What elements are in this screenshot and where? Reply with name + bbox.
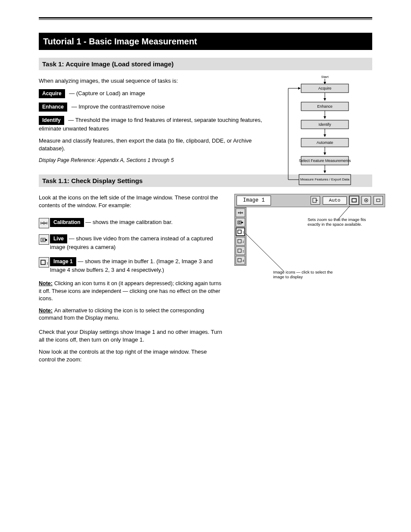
tool-live-icon[interactable] xyxy=(236,218,245,227)
task1-ref: Display Page Reference: Appendix A, Sect… xyxy=(39,157,267,164)
def-acquire-label: Acquire xyxy=(39,89,65,98)
icon-row-live: Live — shows live video from the camera … xyxy=(39,234,224,251)
tool-calibration-icon[interactable] xyxy=(236,208,245,217)
svg-text:1: 1 xyxy=(243,231,244,234)
note-2-text: An alternative to clicking the icon is t… xyxy=(39,308,204,321)
calibration-label: Calibration xyxy=(50,218,84,227)
svg-rect-35 xyxy=(238,240,241,243)
note-1-text: Clicking an icon turns it on (it appears… xyxy=(39,280,221,302)
toolbar-image-label[interactable]: Image 1 xyxy=(237,196,271,205)
camera-icon xyxy=(39,234,49,245)
svg-text:Acquire: Acquire xyxy=(318,86,332,90)
live-label: Live xyxy=(50,234,67,243)
svg-rect-39 xyxy=(238,258,241,262)
svg-rect-33 xyxy=(238,230,241,233)
task1-outro: Measure and classify features, then expo… xyxy=(39,137,267,152)
def-acquire-text: — (Capture or Load) an image xyxy=(68,90,145,96)
note-1-label: Note: xyxy=(39,280,53,286)
tool-image3-icon[interactable]: 3 xyxy=(236,246,245,255)
zoom-intro: Now look at the controls at the top righ… xyxy=(39,348,224,364)
toolbar-figure: Image 1 Auto xyxy=(234,194,385,266)
svg-rect-19 xyxy=(41,238,45,242)
svg-text:3: 3 xyxy=(243,250,244,253)
svg-text:4: 4 xyxy=(243,259,244,262)
task1-1-intro: Look at the icons on the left side of th… xyxy=(39,194,224,209)
svg-text:Measure Features / Export Data: Measure Features / Export Data xyxy=(300,177,349,181)
icon-row-calibration: Calibration — shows the image calibratio… xyxy=(39,218,224,228)
task1-section: When analyzing images, the usual sequenc… xyxy=(39,77,372,164)
task1-heading: Task 1: Acquire Image (Load stored image… xyxy=(39,58,372,70)
toolbar-top: Image 1 Auto xyxy=(234,194,385,207)
task1-intro: When analyzing images, the usual sequenc… xyxy=(39,77,267,85)
svg-rect-32 xyxy=(241,222,243,223)
def-identify-label: Identify xyxy=(39,116,64,125)
svg-text:Enhance: Enhance xyxy=(317,104,333,109)
icon-row-image1: 1 Image 1 — shows the image in buffer 1.… xyxy=(39,257,224,274)
def-enhance-text: — Improve the contrast/remove noise xyxy=(70,103,165,110)
def-identify-text: — Threshold the image to find features o… xyxy=(39,117,262,132)
task1-1-section: Look at the icons on the left side of th… xyxy=(39,194,372,364)
svg-rect-37 xyxy=(238,249,241,252)
svg-rect-21 xyxy=(45,239,47,241)
svg-text:Identify: Identify xyxy=(318,122,331,127)
note-1: Note:Clicking an icon turns it on (it ap… xyxy=(39,280,224,303)
svg-rect-28 xyxy=(377,199,380,202)
live-text: — shows live video from the camera inste… xyxy=(50,235,213,250)
image-sidebar-tools: 1 2 3 4 xyxy=(234,207,246,266)
svg-point-27 xyxy=(366,200,367,201)
def-enhance-label: Enhance xyxy=(39,103,67,112)
toolbar-fit-left-icon[interactable] xyxy=(311,196,320,205)
svg-point-31 xyxy=(239,221,240,223)
svg-text:2: 2 xyxy=(243,240,244,243)
tool-image1-icon[interactable]: 1 xyxy=(236,227,245,236)
svg-rect-30 xyxy=(238,221,241,224)
note-2: Note:An alternative to clicking the icon… xyxy=(39,307,224,322)
tool-image2-icon[interactable]: 2 xyxy=(236,237,245,246)
toolbar-zoom-out-icon[interactable] xyxy=(374,196,383,205)
image1-label: Image 1 xyxy=(50,257,76,266)
callout-zoom-fit: Sets zoom so that the image fits exactly… xyxy=(308,217,377,227)
fc-start: Start xyxy=(321,75,329,79)
def-acquire: Acquire — (Capture or Load) an image xyxy=(39,89,267,98)
svg-text:1: 1 xyxy=(47,261,48,265)
def-identify: Identify — Threshold the image to find f… xyxy=(39,116,267,133)
tutorial-banner: Tutorial 1 - Basic Image Measurement xyxy=(39,33,372,50)
svg-text:Automate: Automate xyxy=(317,140,333,145)
check-display: Check that your Display settings show Im… xyxy=(39,328,224,344)
toolbar-zoom-home-icon[interactable] xyxy=(361,196,371,205)
page-top-rule xyxy=(39,17,372,20)
toolbar-auto-button[interactable]: Auto xyxy=(323,196,347,205)
toolbar-zoom-fit-icon[interactable] xyxy=(349,196,359,205)
svg-text:Select Feature Measurements: Select Feature Measurements xyxy=(299,159,351,163)
tool-image4-icon[interactable]: 4 xyxy=(236,256,245,264)
callout-image-icons: Image icons — click to select the image … xyxy=(273,270,338,280)
calibration-icon xyxy=(39,218,49,228)
svg-rect-25 xyxy=(352,199,356,202)
def-enhance: Enhance — Improve the contrast/remove no… xyxy=(39,103,267,112)
calibration-text: — shows the image calibration bar. xyxy=(84,219,173,225)
image1-icon: 1 xyxy=(39,257,49,268)
svg-point-20 xyxy=(42,239,44,241)
task-flowchart: Start AcquireEnhanceIdentifyAutomateSele… xyxy=(273,75,359,189)
note-2-label: Note: xyxy=(39,308,53,314)
svg-rect-22 xyxy=(41,260,45,264)
